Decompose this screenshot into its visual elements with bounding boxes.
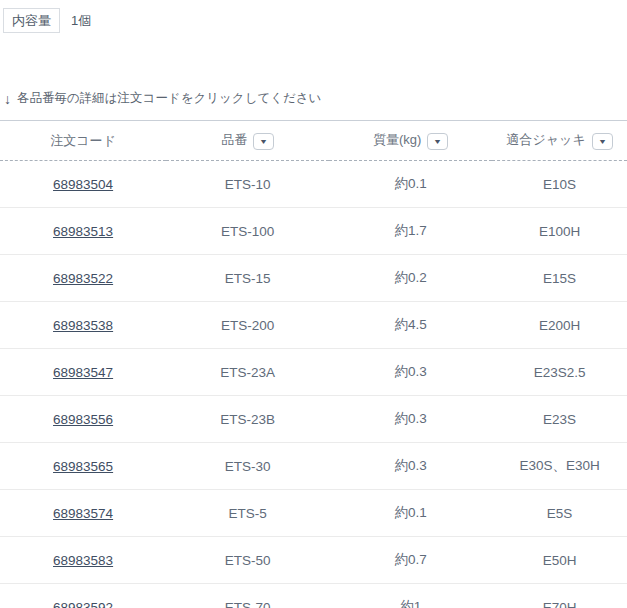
order-code-link[interactable]: 68983592 — [53, 600, 113, 608]
content-quantity-label: 内容量 — [3, 8, 60, 33]
order-code-cell: 68983565 — [0, 443, 166, 490]
content-quantity-row: 内容量 1個 — [0, 0, 627, 33]
part-number-cell: ETS-200 — [166, 302, 329, 349]
part-number-cell: ETS-10 — [166, 161, 329, 208]
compatible-jack-cell: E70H — [492, 584, 627, 608]
order-code-cell: 68983513 — [0, 208, 166, 255]
compatible-jack-cell: E50H — [492, 537, 627, 584]
table-row: 68983556ETS-23B約0.3E23S — [0, 396, 627, 443]
caret-down-icon: ▼ — [259, 138, 268, 145]
order-code-cell: 68983592 — [0, 584, 166, 608]
content-quantity-value: 1個 — [71, 12, 91, 30]
compatible-jack-cell: E200H — [492, 302, 627, 349]
table-row: 68983538ETS-200約4.5E200H — [0, 302, 627, 349]
table-row: 68983565ETS-30約0.3E30S、E30H — [0, 443, 627, 490]
column-header-mass-label: 質量(kg) — [373, 132, 421, 147]
part-number-cell: ETS-30 — [166, 443, 329, 490]
part-number-cell: ETS-100 — [166, 208, 329, 255]
order-code-link[interactable]: 68983504 — [53, 177, 113, 192]
table-header: 注文コード 品番▼ 質量(kg)▼ 適合ジャッキ▼ — [0, 121, 627, 161]
table-row: 68983513ETS-100約1.7E100H — [0, 208, 627, 255]
part-number-cell: ETS-50 — [166, 537, 329, 584]
order-code-link[interactable]: 68983583 — [53, 553, 113, 568]
caret-down-icon: ▼ — [433, 138, 442, 145]
mass-cell: 約0.7 — [329, 537, 492, 584]
table-body: 68983504ETS-10約0.1E10S68983513ETS-100約1.… — [0, 161, 627, 608]
mass-cell: 約0.1 — [329, 161, 492, 208]
order-code-cell: 68983538 — [0, 302, 166, 349]
compatible-jack-cell: E30S、E30H — [492, 443, 627, 490]
compatible-jack-cell: E15S — [492, 255, 627, 302]
table-row: 68983504ETS-10約0.1E10S — [0, 161, 627, 208]
table-instruction-text: 各品番毎の詳細は注文コードをクリックしてください — [17, 90, 321, 107]
order-code-cell: 68983504 — [0, 161, 166, 208]
sort-button-compatible-jack[interactable]: ▼ — [592, 133, 613, 150]
sort-button-mass[interactable]: ▼ — [427, 133, 448, 150]
compatible-jack-cell: E5S — [492, 490, 627, 537]
order-code-cell: 68983547 — [0, 349, 166, 396]
part-number-cell: ETS-5 — [166, 490, 329, 537]
table-row: 68983522ETS-15約0.2E15S — [0, 255, 627, 302]
column-header-compatible-jack: 適合ジャッキ▼ — [492, 121, 627, 161]
mass-cell: 約0.3 — [329, 396, 492, 443]
table-row: 68983583ETS-50約0.7E50H — [0, 537, 627, 584]
mass-cell: 約4.5 — [329, 302, 492, 349]
order-code-link[interactable]: 68983513 — [53, 224, 113, 239]
compatible-jack-cell: E100H — [492, 208, 627, 255]
mass-cell: 約1 — [329, 584, 492, 608]
mass-cell: 約0.1 — [329, 490, 492, 537]
part-number-cell: ETS-70 — [166, 584, 329, 608]
product-variants-table: 注文コード 品番▼ 質量(kg)▼ 適合ジャッキ▼ 68983504ETS-10… — [0, 120, 627, 608]
mass-cell: 約0.3 — [329, 443, 492, 490]
order-code-link[interactable]: 68983522 — [53, 271, 113, 286]
column-header-order-code-label: 注文コード — [50, 133, 116, 148]
table-row: 68983547ETS-23A約0.3E23S2.5 — [0, 349, 627, 396]
table-header-row: 注文コード 品番▼ 質量(kg)▼ 適合ジャッキ▼ — [0, 121, 627, 161]
table-row: 68983574ETS-5約0.1E5S — [0, 490, 627, 537]
column-header-mass: 質量(kg)▼ — [329, 121, 492, 161]
mass-cell: 約0.3 — [329, 349, 492, 396]
table-row: 68983592ETS-70約1E70H — [0, 584, 627, 608]
column-header-part-number-label: 品番 — [221, 132, 247, 147]
order-code-link[interactable]: 68983574 — [53, 506, 113, 521]
order-code-cell: 68983522 — [0, 255, 166, 302]
column-header-compatible-jack-label: 適合ジャッキ — [506, 132, 585, 147]
order-code-cell: 68983583 — [0, 537, 166, 584]
order-code-cell: 68983556 — [0, 396, 166, 443]
compatible-jack-cell: E23S — [492, 396, 627, 443]
order-code-link[interactable]: 68983556 — [53, 412, 113, 427]
sort-button-part-number[interactable]: ▼ — [253, 133, 274, 150]
order-code-link[interactable]: 68983565 — [53, 459, 113, 474]
product-spec-page: 内容量 1個 ↓ 各品番毎の詳細は注文コードをクリックしてください 注文コード … — [0, 0, 627, 608]
caret-down-icon: ▼ — [598, 138, 607, 145]
compatible-jack-cell: E10S — [492, 161, 627, 208]
column-header-part-number: 品番▼ — [166, 121, 329, 161]
part-number-cell: ETS-15 — [166, 255, 329, 302]
part-number-cell: ETS-23B — [166, 396, 329, 443]
order-code-link[interactable]: 68983547 — [53, 365, 113, 380]
down-arrow-icon: ↓ — [4, 91, 11, 107]
order-code-link[interactable]: 68983538 — [53, 318, 113, 333]
part-number-cell: ETS-23A — [166, 349, 329, 396]
column-header-order-code: 注文コード — [0, 121, 166, 161]
mass-cell: 約1.7 — [329, 208, 492, 255]
table-instruction-note: ↓ 各品番毎の詳細は注文コードをクリックしてください — [4, 90, 627, 107]
compatible-jack-cell: E23S2.5 — [492, 349, 627, 396]
order-code-cell: 68983574 — [0, 490, 166, 537]
mass-cell: 約0.2 — [329, 255, 492, 302]
